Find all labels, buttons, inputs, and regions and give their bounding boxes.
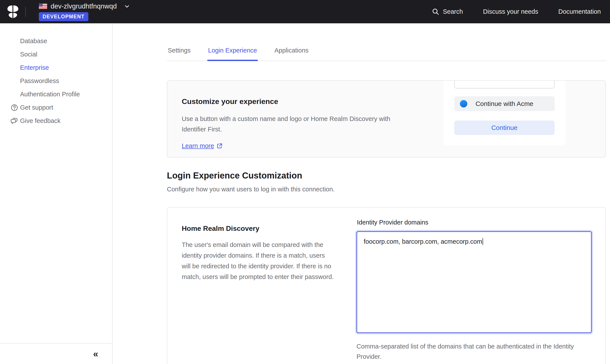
environment-badge: DEVELOPMENT bbox=[39, 12, 88, 21]
top-header: dev-zlvgrudhtfnqnwqd DEVELOPMENT Search … bbox=[0, 0, 610, 23]
sidebar-item-label: Passwordless bbox=[20, 77, 59, 85]
idp-domains-textarea[interactable]: foocorp.com, barcorp.com, acmecorp.com bbox=[356, 231, 592, 333]
acme-logo-icon bbox=[460, 100, 467, 107]
tab-applications[interactable]: Applications bbox=[274, 43, 309, 61]
learn-more-link[interactable]: Learn more bbox=[182, 142, 223, 150]
documentation-link[interactable]: Documentation bbox=[558, 8, 601, 15]
sidebar-item-label: Authentication Profile bbox=[20, 91, 80, 98]
text-cursor bbox=[483, 238, 483, 245]
tenant-switcher[interactable]: dev-zlvgrudhtfnqnwqd DEVELOPMENT bbox=[39, 2, 130, 21]
search-icon bbox=[432, 8, 440, 16]
sidebar-item-label: Database bbox=[20, 38, 47, 45]
tenant-name: dev-zlvgrudhtfnqnwqd bbox=[51, 2, 117, 10]
sidebar-item-passwordless[interactable]: Passwordless bbox=[0, 74, 112, 88]
collapse-sidebar-button[interactable]: « bbox=[93, 349, 98, 359]
customize-experience-card: Customize your experience Use a button w… bbox=[167, 80, 606, 157]
search-label: Search bbox=[443, 8, 463, 15]
sidebar: Getting StartedActivityApplicationsAuthe… bbox=[0, 23, 113, 364]
feedback-icon bbox=[9, 115, 20, 127]
auth0-logo[interactable] bbox=[7, 5, 19, 19]
preview-continue-button[interactable]: Continue bbox=[454, 120, 555, 135]
sidebar-item-label: Give feedback bbox=[20, 117, 60, 124]
tab-settings[interactable]: Settings bbox=[167, 43, 191, 61]
search-button[interactable]: Search bbox=[432, 8, 463, 16]
preview-email-input[interactable] bbox=[454, 80, 555, 89]
hrd-title: Home Realm Discovery bbox=[182, 224, 334, 233]
login-customization-card: Home Realm Discovery The user's email do… bbox=[167, 207, 606, 364]
tab-login-experience[interactable]: Login Experience bbox=[207, 43, 258, 61]
chevron-down-icon[interactable] bbox=[124, 3, 130, 9]
section-subtitle: Configure how you want users to log in w… bbox=[167, 186, 335, 193]
external-link-icon bbox=[217, 143, 223, 149]
discuss-needs-link[interactable]: Discuss your needs bbox=[483, 8, 538, 15]
preview-sso-button[interactable]: Continue with Acme bbox=[454, 96, 555, 111]
idp-domains-label: Identity Provider domains bbox=[357, 219, 592, 226]
sidebar-item-label: Get support bbox=[20, 104, 53, 111]
sidebar-item-give-feedback[interactable]: Give feedback bbox=[0, 114, 112, 128]
login-preview-panel: Continue with Acme Continue bbox=[443, 81, 566, 145]
sidebar-item-authentication-profile[interactable]: Authentication Profile bbox=[0, 88, 112, 101]
customize-body: Use a button with a custom name and logo… bbox=[182, 114, 415, 134]
customize-title: Customize your experience bbox=[182, 97, 422, 106]
idp-domains-helper: Comma-separated list of the domains that… bbox=[356, 341, 591, 362]
sidebar-item-social[interactable]: Social bbox=[0, 48, 112, 61]
sidebar-nav: Getting StartedActivityApplicationsAuthe… bbox=[0, 23, 112, 128]
main-content: SettingsLogin ExperienceApplications Cus… bbox=[113, 23, 610, 364]
hrd-description: The user's email domain will be compared… bbox=[182, 240, 334, 282]
idp-domains-value: foocorp.com, barcorp.com, acmecorp.com bbox=[364, 238, 482, 245]
sidebar-item-database[interactable]: Database bbox=[0, 34, 112, 48]
sidebar-item-label: Enterprise bbox=[20, 64, 49, 71]
sidebar-item-get-support[interactable]: Get support bbox=[0, 101, 112, 114]
header-divider bbox=[25, 7, 26, 17]
tabs: SettingsLogin ExperienceApplications bbox=[167, 43, 607, 61]
help-icon bbox=[9, 102, 20, 113]
section-title: Login Experience Customization bbox=[167, 171, 335, 181]
sidebar-item-enterprise[interactable]: Enterprise bbox=[0, 61, 112, 74]
us-flag-icon bbox=[39, 3, 47, 9]
sidebar-item-label: Social bbox=[20, 51, 37, 58]
sidebar-footer: « bbox=[0, 343, 112, 364]
